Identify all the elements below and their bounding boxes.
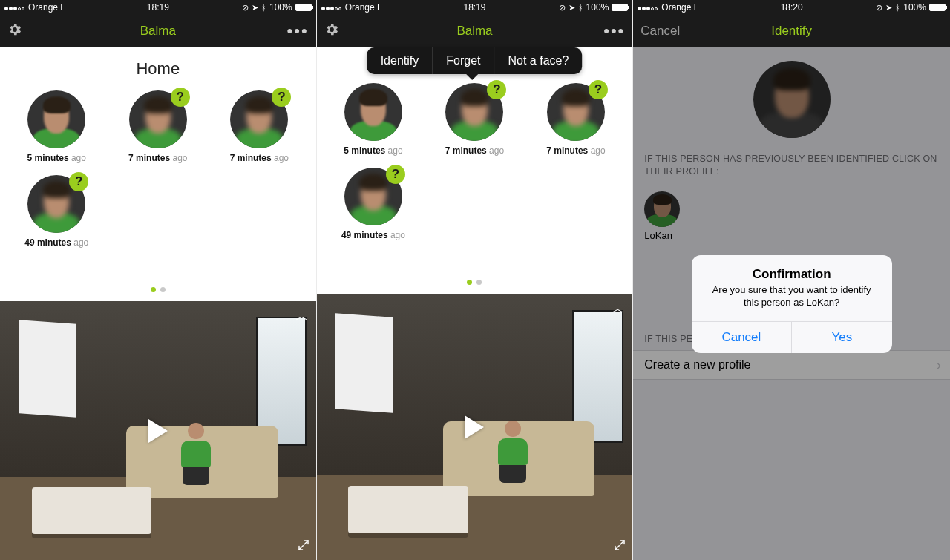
battery-icon: [295, 4, 312, 11]
location-icon: ➤: [252, 3, 258, 13]
face-time: 7 minutes ago: [128, 153, 187, 163]
face-grid: 5 minutes ago ? 7 minutes ago ? 7 minute…: [317, 79, 633, 248]
pane-popover: Orange F 18:19 ⊘ ➤ ᚼ 100% Balma ••• Iden…: [317, 0, 634, 560]
section-title: Home: [0, 47, 316, 86]
carrier-label: Orange F: [661, 2, 699, 13]
location-icon: ➤: [569, 3, 575, 13]
more-button[interactable]: •••: [287, 23, 309, 39]
status-bar: Orange F 18:20 ⊘ ➤ ᚼ 100%: [633, 0, 950, 15]
face-avatar: [344, 83, 402, 141]
battery-icon: [612, 4, 628, 11]
battery-icon: [929, 4, 946, 11]
gear-icon: [7, 22, 22, 37]
identify-body: IF THIS PERSON HAS PREVIOUSLY BEEN IDENT…: [633, 47, 950, 560]
chevron-up-icon[interactable]: ︿: [612, 300, 625, 317]
unknown-badge-icon: ?: [272, 88, 291, 107]
video-preview[interactable]: ︿: [317, 294, 633, 560]
play-icon[interactable]: [465, 415, 484, 439]
nav-bar: Cancel Identify: [633, 15, 950, 47]
face-cell[interactable]: 5 minutes ago: [6, 86, 108, 171]
pane-home: Orange F 18:19 ⊘ ➤ ᚼ 100% Balma ••• Home…: [0, 0, 317, 560]
popover-not-a-face[interactable]: Not a face?: [494, 47, 582, 74]
unknown-badge-icon: ?: [589, 80, 608, 99]
expand-icon[interactable]: [613, 538, 626, 554]
pane-identify: Orange F 18:20 ⊘ ➤ ᚼ 100% Cancel Identif…: [633, 0, 950, 560]
face-cell[interactable]: ? 7 minutes ago: [209, 86, 310, 171]
status-bar: Orange F 18:19 ⊘ ➤ ᚼ 100%: [0, 0, 316, 15]
nav-title: Balma: [317, 24, 633, 39]
face-cell[interactable]: ? 49 minutes ago: [323, 163, 425, 248]
chevron-up-icon[interactable]: ︿: [295, 307, 309, 325]
rotation-lock-icon: ⊘: [242, 3, 249, 13]
triptych: Orange F 18:19 ⊘ ➤ ᚼ 100% Balma ••• Home…: [0, 0, 950, 560]
location-icon: ➤: [885, 3, 892, 13]
play-icon[interactable]: [148, 419, 168, 443]
face-cell[interactable]: ? 49 minutes ago: [6, 171, 108, 255]
popover-identify[interactable]: Identify: [367, 47, 433, 74]
face-cell[interactable]: ? 7 minutes ago: [108, 86, 209, 171]
battery-percent: 100%: [903, 2, 926, 13]
page-indicator: [317, 248, 633, 294]
rotation-lock-icon: ⊘: [876, 3, 882, 13]
bluetooth-icon: ᚼ: [578, 3, 583, 12]
signal-dots-icon: [321, 2, 342, 13]
expand-icon[interactable]: [297, 538, 310, 554]
rotation-lock-icon: ⊘: [559, 3, 566, 13]
video-preview[interactable]: ︿: [0, 301, 316, 560]
unknown-badge-icon: ?: [487, 80, 506, 99]
face-cell[interactable]: ? 7 minutes ago: [525, 79, 627, 163]
nav-title: Identify: [633, 24, 950, 39]
unknown-badge-icon: ?: [171, 88, 190, 107]
face-time: 7 minutes ago: [546, 145, 605, 156]
unknown-badge-icon: ?: [386, 165, 405, 184]
more-button[interactable]: •••: [603, 23, 625, 39]
nav-bar: Balma •••: [0, 15, 316, 47]
face-avatar: [27, 90, 85, 148]
cancel-button[interactable]: Cancel: [641, 24, 680, 39]
face-cell[interactable]: ? 7 minutes ago: [424, 79, 525, 163]
page-indicator: [0, 255, 316, 301]
face-grid: 5 minutes ago ? 7 minutes ago ? 7 minute…: [0, 86, 316, 255]
face-time: 5 minutes ago: [344, 145, 402, 156]
face-cell[interactable]: 5 minutes ago: [323, 79, 425, 163]
popover-forget[interactable]: Forget: [433, 47, 494, 74]
alert-yes-button[interactable]: Yes: [792, 322, 892, 353]
signal-dots-icon: [4, 2, 25, 13]
alert-title: Confirmation: [692, 254, 892, 283]
carrier-label: Orange F: [28, 2, 66, 13]
alert-message: Are you sure that you want to identify t…: [692, 283, 892, 320]
signal-dots-icon: [638, 2, 658, 13]
nav-title: Balma: [0, 24, 316, 39]
unknown-badge-icon: ?: [69, 172, 88, 191]
status-bar: Orange F 18:19 ⊘ ➤ ᚼ 100%: [317, 0, 633, 15]
bluetooth-icon: ᚼ: [895, 3, 900, 12]
settings-button[interactable]: [7, 22, 22, 40]
face-time: 7 minutes ago: [230, 153, 289, 163]
carrier-label: Orange F: [345, 2, 383, 13]
alert-cancel-button[interactable]: Cancel: [692, 322, 793, 353]
bluetooth-icon: ᚼ: [261, 3, 266, 12]
battery-percent: 100%: [586, 2, 609, 13]
face-time: 49 minutes ago: [24, 237, 88, 248]
face-time: 49 minutes ago: [341, 230, 405, 240]
action-popover: Identify Forget Not a face?: [367, 47, 583, 74]
confirmation-alert: Confirmation Are you sure that you want …: [692, 254, 892, 352]
face-time: 7 minutes ago: [445, 145, 504, 156]
gear-icon: [324, 22, 339, 37]
nav-bar: Balma •••: [317, 15, 633, 47]
face-time: 5 minutes ago: [27, 153, 86, 163]
battery-percent: 100%: [269, 2, 292, 13]
settings-button[interactable]: [324, 22, 339, 40]
